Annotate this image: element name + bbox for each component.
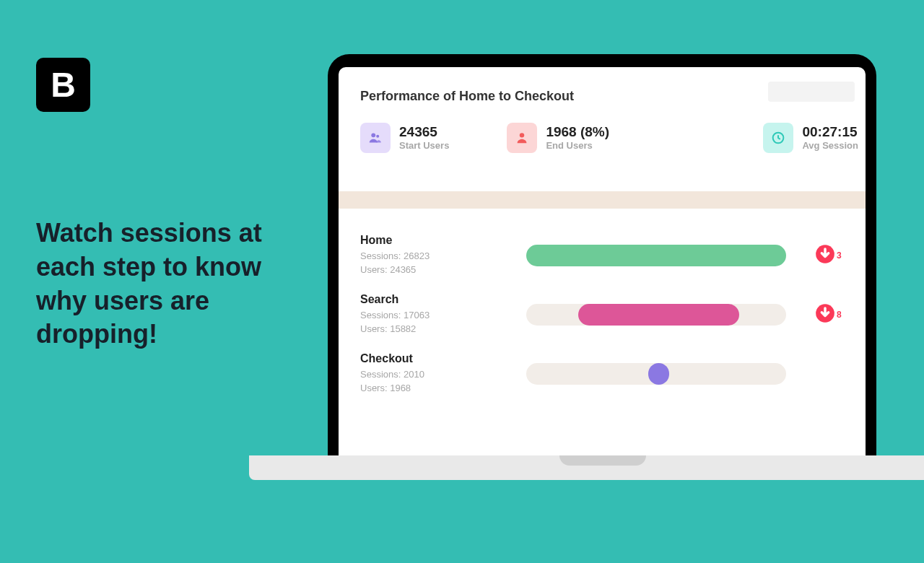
kpi-end-users: 1968 (8%) End Users <box>507 123 609 153</box>
funnel-bar-track <box>526 245 786 266</box>
funnel-bar-fill <box>578 304 739 326</box>
svg-point-2 <box>520 133 524 137</box>
funnel-step-sessions: Sessions: 2010 <box>360 368 526 382</box>
kpi-start-label: Start Users <box>399 140 449 151</box>
kpi-avg-value: 00:27:15 <box>802 125 858 140</box>
laptop-mockup: Performance of Home to Checkout 24365 St… <box>325 54 881 480</box>
kpi-avg-session: 00:27:15 Avg Session <box>763 123 858 153</box>
kpi-end-label: End Users <box>546 140 609 151</box>
funnel-step[interactable]: Home Sessions: 26823 Users: 24365 3 <box>360 226 858 285</box>
funnel-bar-fill <box>648 363 669 385</box>
funnel-step-info: Home Sessions: 26823 Users: 24365 <box>360 234 526 277</box>
laptop-bezel: Performance of Home to Checkout 24365 St… <box>328 54 876 458</box>
funnel-step-info: Search Sessions: 17063 Users: 15882 <box>360 293 526 336</box>
svg-point-1 <box>376 135 379 138</box>
arrow-down-circle-icon[interactable] <box>815 303 835 326</box>
laptop-notch <box>559 455 646 466</box>
funnel-bar-fill <box>526 245 786 266</box>
report-panel: Performance of Home to Checkout 24365 St… <box>339 67 866 153</box>
funnel-drop-value: 8 <box>837 310 842 320</box>
funnel-bar-track <box>526 363 786 385</box>
laptop-screen: Performance of Home to Checkout 24365 St… <box>339 67 866 458</box>
funnel-drop-value: 3 <box>837 250 842 261</box>
kpi-row: 24365 Start Users 1968 (8%) End Users <box>360 123 858 153</box>
kpi-avg-label: Avg Session <box>802 140 858 151</box>
marketing-headline: Watch sessions at each step to know why … <box>36 217 303 352</box>
user-icon <box>507 123 537 153</box>
svg-point-0 <box>371 133 375 137</box>
kpi-start-value: 24365 <box>399 125 449 140</box>
brand-logo: B <box>36 58 90 112</box>
funnel-steps: Home Sessions: 26823 Users: 24365 3 <box>360 226 858 403</box>
users-group-icon <box>360 123 391 153</box>
funnel-step-users: Users: 24365 <box>360 263 526 277</box>
funnel-step[interactable]: Checkout Sessions: 2010 Users: 1968 <box>360 344 858 403</box>
kpi-end-value: 1968 (8%) <box>546 125 609 140</box>
funnel-step[interactable]: Search Sessions: 17063 Users: 15882 8 <box>360 285 858 344</box>
funnel-step-name: Search <box>360 293 526 306</box>
funnel-step-users: Users: 15882 <box>360 323 526 336</box>
brand-logo-letter: B <box>51 65 76 105</box>
funnel-step-info: Checkout Sessions: 2010 Users: 1968 <box>360 352 526 396</box>
funnel-bar-track <box>526 304 786 326</box>
funnel-step-users: Users: 1968 <box>360 382 526 396</box>
clock-icon <box>763 123 793 153</box>
top-right-placeholder <box>768 82 855 102</box>
funnel-step-sessions: Sessions: 26823 <box>360 250 526 263</box>
funnel-step-sessions: Sessions: 17063 <box>360 309 526 323</box>
funnel-step-name: Checkout <box>360 352 526 365</box>
laptop-base <box>249 455 924 480</box>
separator-band <box>339 191 866 209</box>
funnel-step-name: Home <box>360 234 526 247</box>
kpi-start-users: 24365 Start Users <box>360 123 449 153</box>
arrow-down-circle-icon[interactable] <box>815 244 835 267</box>
